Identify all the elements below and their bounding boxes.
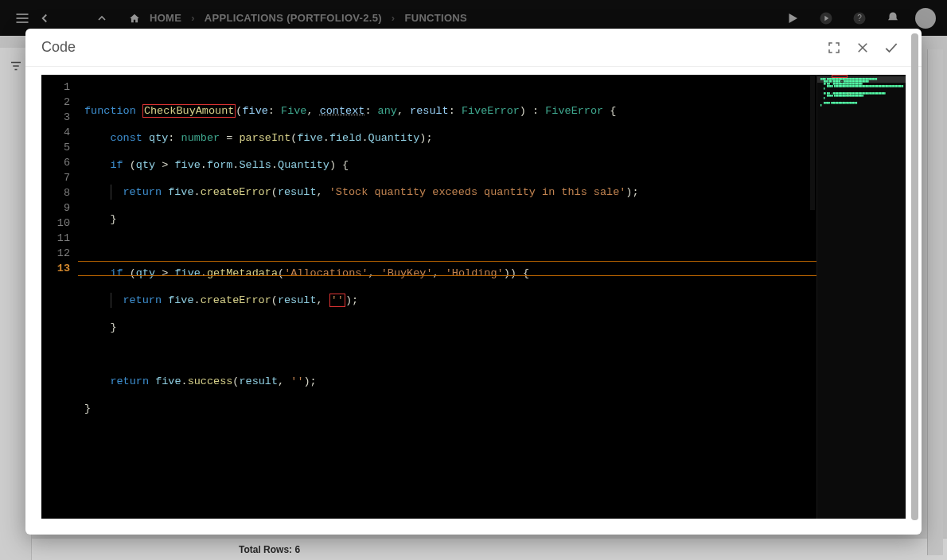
minimap-scroll[interactable] <box>810 75 815 210</box>
modal-title: Code <box>41 39 76 56</box>
modal-scrim: Code 1 2 3 4 5 6 7 <box>0 0 947 560</box>
confirm-icon[interactable] <box>877 33 906 62</box>
fullscreen-icon[interactable] <box>820 33 848 62</box>
modal-header: Code <box>25 29 922 67</box>
close-icon[interactable] <box>848 33 877 62</box>
modal-scrollbar[interactable] <box>911 32 918 531</box>
code-area[interactable]: function CheckBuyAmount(five: Five, cont… <box>78 75 906 519</box>
code-editor[interactable]: 1 2 3 4 5 6 7 8 9 10 11 12 13 function C… <box>41 75 906 519</box>
minimap[interactable]: █████ ██████████████████████████████████… <box>816 75 906 519</box>
code-modal: Code 1 2 3 4 5 6 7 <box>25 29 922 535</box>
line-gutter: 1 2 3 4 5 6 7 8 9 10 11 12 13 <box>41 75 78 519</box>
